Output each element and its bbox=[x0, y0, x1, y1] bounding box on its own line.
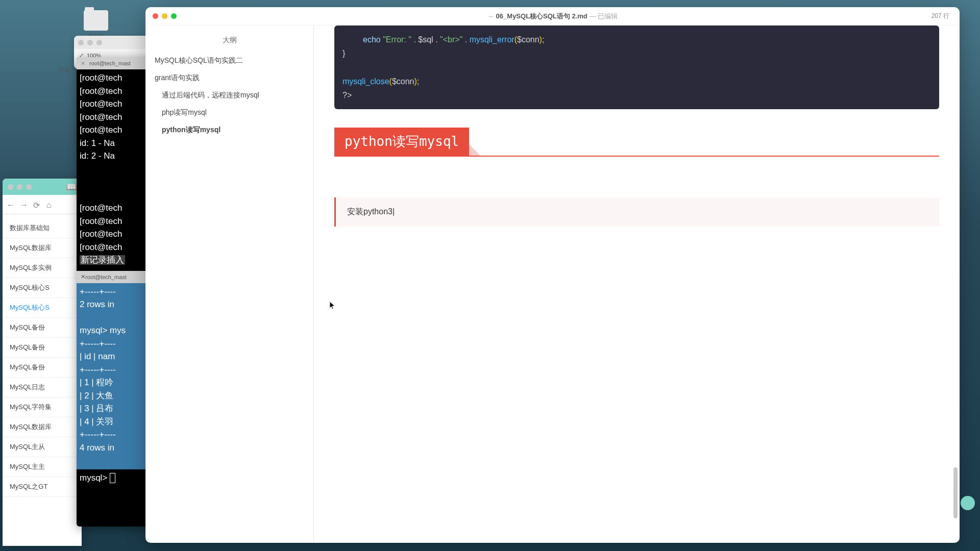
reload-icon[interactable]: ⟳ bbox=[33, 201, 41, 209]
section-heading: python读写mysql bbox=[334, 128, 469, 156]
list-item[interactable]: MySQL之GT bbox=[3, 477, 82, 497]
section-header-wrap: python读写mysql bbox=[334, 128, 939, 157]
list-item[interactable]: MySQL主主 bbox=[3, 457, 82, 477]
list-item[interactable]: MySQL字符集 bbox=[3, 397, 82, 417]
editor-content[interactable]: echo "Error: " . $sql . "<br>" . mysqli_… bbox=[314, 26, 960, 543]
cursor-icon bbox=[329, 301, 336, 310]
outline-item[interactable]: MySQL核心SQL语句实践二 bbox=[145, 52, 313, 69]
list-item[interactable]: MySQL主从 bbox=[3, 437, 82, 457]
browser-toolbar: ← → ⟳ ⌂ bbox=[3, 195, 82, 214]
outline-item-active[interactable]: python读写mysql bbox=[145, 121, 313, 139]
book-icon: 📖 bbox=[66, 182, 77, 192]
browser-header: 📖 bbox=[3, 179, 82, 195]
scrollbar[interactable] bbox=[953, 30, 958, 539]
minimize-icon[interactable] bbox=[162, 13, 167, 19]
list-item[interactable]: 数据库基础知 bbox=[3, 218, 82, 238]
close-icon[interactable]: ✕ bbox=[81, 273, 85, 280]
desktop-folder[interactable]: 虚拟机 bbox=[79, 10, 112, 38]
vm-tabs bbox=[74, 36, 153, 49]
close-icon[interactable] bbox=[153, 13, 158, 19]
list-item[interactable]: MySQL核心S bbox=[3, 298, 82, 318]
note-block[interactable]: 安装python3 bbox=[334, 197, 939, 227]
terminal-tab-label: root@tech_mast bbox=[85, 274, 127, 280]
editor-traffic-lights[interactable] bbox=[153, 13, 177, 19]
list-item[interactable]: MySQL备份 bbox=[3, 358, 82, 378]
terminal-highlight: 新记录插入 bbox=[80, 255, 125, 265]
note-text: 安装python3 bbox=[347, 207, 395, 216]
list-item[interactable]: MySQL多实例 bbox=[3, 258, 82, 278]
folder-icon bbox=[84, 10, 108, 31]
browser-traffic-lights[interactable] bbox=[8, 184, 32, 190]
list-item[interactable]: MySQL核心S bbox=[3, 278, 82, 298]
close-icon[interactable]: ✕ bbox=[81, 60, 85, 67]
list-item[interactable]: MySQL备份 bbox=[3, 318, 82, 338]
editor-window[interactable]: ↔ 06_MySQL核心SQL语句 2.md — 已编辑 207 行 大纲 My… bbox=[145, 7, 960, 543]
outline-title: 大纲 bbox=[145, 33, 313, 52]
outline-item[interactable]: 通过后端代码，远程连接mysql bbox=[145, 87, 313, 104]
home-icon[interactable]: ⌂ bbox=[46, 201, 55, 209]
editor-titlebar[interactable]: ↔ 06_MySQL核心SQL语句 2.md — 已编辑 207 行 bbox=[145, 7, 960, 26]
line-count: 207 行 bbox=[932, 12, 949, 20]
dock-app-icon[interactable] bbox=[961, 496, 975, 510]
back-icon[interactable]: ← bbox=[7, 201, 15, 209]
vm-overlay-label: 于超 bbox=[59, 66, 70, 74]
list-item[interactable]: MySQL数据库 bbox=[3, 238, 82, 258]
forward-icon[interactable]: → bbox=[20, 201, 28, 209]
maximize-icon[interactable] bbox=[171, 13, 177, 19]
vm-traffic-lights[interactable] bbox=[78, 40, 102, 45]
scrollbar-thumb[interactable] bbox=[953, 467, 958, 518]
list-item[interactable]: MySQL日志 bbox=[3, 378, 82, 397]
list-item[interactable]: MySQL备份 bbox=[3, 338, 82, 358]
list-item[interactable]: MySQL数据库 bbox=[3, 417, 82, 437]
outline-item[interactable]: php读写mysql bbox=[145, 104, 313, 121]
browser-list: 数据库基础知 MySQL数据库 MySQL多实例 MySQL核心S MySQL核… bbox=[3, 214, 82, 501]
editor-title: ↔ 06_MySQL核心SQL语句 2.md — 已编辑 bbox=[153, 12, 952, 21]
terminal-tab-label: root@tech_mast bbox=[89, 60, 131, 66]
outline-panel[interactable]: 大纲 MySQL核心SQL语句实践二 grant语句实践 通过后端代码，远程连接… bbox=[145, 26, 314, 543]
browser-window[interactable]: 📖 ← → ⟳ ⌂ 数据库基础知 MySQL数据库 MySQL多实例 MySQL… bbox=[3, 179, 82, 546]
code-block[interactable]: echo "Error: " . $sql . "<br>" . mysqli_… bbox=[334, 26, 939, 109]
outline-item[interactable]: grant语句实践 bbox=[145, 69, 313, 87]
